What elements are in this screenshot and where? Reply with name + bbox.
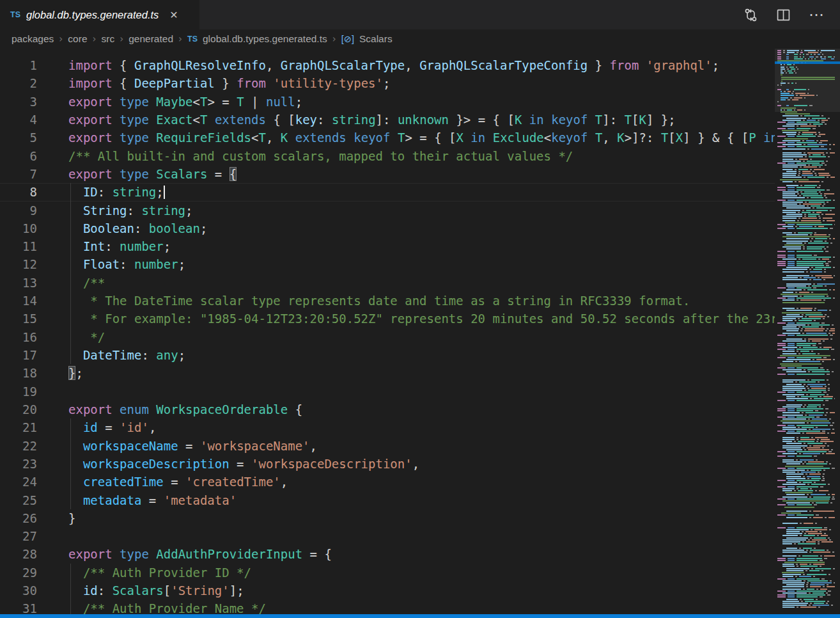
code-line[interactable]: 27 (0, 527, 775, 545)
typescript-file-icon: TS (187, 35, 198, 44)
code-line[interactable]: 8 ID: string; (0, 183, 775, 201)
code-line[interactable]: 19 (0, 383, 775, 400)
code-line[interactable]: 6/** All built-in and custom scalars, ma… (0, 147, 775, 165)
code-line[interactable]: 9 String: string; (0, 202, 775, 219)
code-text: import { GraphQLResolveInfo, GraphQLScal… (68, 56, 719, 74)
code-text: import { DeepPartial } from 'utility-typ… (68, 74, 390, 92)
line-number: 22 (0, 437, 37, 455)
indent-guide (70, 237, 71, 255)
typescript-file-icon: TS (10, 10, 20, 19)
code-editor[interactable]: 1import { GraphQLResolveInfo, GraphQLSca… (0, 49, 775, 618)
indent-guide (70, 183, 71, 201)
bottom-focus-border (0, 614, 840, 618)
code-line[interactable]: 5export type RequireFields<T, K extends … (0, 129, 775, 147)
code-line[interactable]: 18}; (0, 364, 775, 382)
minimap-content (777, 49, 835, 618)
line-number: 28 (0, 545, 37, 563)
tab-label: global.db.types.generated.ts (26, 9, 159, 21)
line-number: 13 (0, 274, 37, 292)
indent-guide (70, 418, 71, 436)
split-editor-icon[interactable] (776, 8, 791, 22)
line-number: 30 (0, 582, 37, 599)
line-number: 27 (0, 527, 37, 545)
line-number: 12 (0, 255, 37, 273)
line-number: 25 (0, 491, 37, 509)
code-text: ID: string; (68, 183, 165, 201)
code-text: workspaceDescription = 'workspaceDescrip… (68, 455, 419, 473)
code-text: DateTime: any; (68, 346, 185, 364)
code-line[interactable]: 17 DateTime: any; (0, 346, 775, 364)
line-number: 17 (0, 346, 37, 364)
breadcrumb-separator: › (120, 33, 123, 45)
line-number: 18 (0, 364, 37, 382)
code-line[interactable]: 11 Int: number; (0, 237, 775, 255)
indent-guide (70, 255, 71, 273)
more-actions-icon[interactable]: ⋯ (809, 7, 825, 22)
code-line[interactable]: 3export type Maybe<T> = T | null; (0, 93, 775, 111)
code-line[interactable]: 26} (0, 509, 775, 527)
line-number: 20 (0, 400, 37, 418)
code-text: createdTime = 'createdTime', (68, 473, 288, 491)
breadcrumb-item-core[interactable]: core (68, 33, 87, 45)
line-number: 26 (0, 509, 37, 527)
code-text: /** All built-in and custom scalars, map… (68, 147, 573, 165)
code-line[interactable]: 21 id = 'id', (0, 418, 775, 436)
code-text: * The DateTime scalar type represents da… (68, 292, 690, 310)
code-line[interactable]: 30 id: Scalars['String']; (0, 582, 775, 599)
indent-guide (70, 292, 71, 310)
close-tab-icon[interactable]: ✕ (169, 9, 178, 21)
indent-guide (70, 328, 71, 346)
indent-guide (70, 491, 71, 509)
code-line[interactable]: 10 Boolean: boolean; (0, 219, 775, 237)
code-text: export type Exact<T extends { [key: stri… (68, 111, 676, 129)
code-text: }; (68, 364, 83, 382)
breadcrumb-item-packages[interactable]: packages (12, 33, 54, 45)
code-line[interactable]: 14 * The DateTime scalar type represents… (0, 292, 775, 310)
code-line[interactable]: 7export type Scalars = { (0, 165, 775, 183)
code-line[interactable]: 12 Float: number; (0, 255, 775, 273)
breadcrumb-item-src[interactable]: src (102, 33, 115, 45)
line-number: 3 (0, 93, 37, 111)
line-number: 6 (0, 147, 37, 165)
vscode-window: TS global.db.types.generated.ts ✕ (0, 0, 840, 618)
code-line[interactable]: 25 metadata = 'metadata' (0, 491, 775, 509)
indent-guide (70, 473, 71, 491)
breadcrumb-separator: › (332, 33, 336, 45)
minimap[interactable] (775, 49, 840, 618)
code-text: id: Scalars['String']; (68, 582, 244, 599)
code-line[interactable]: 4export type Exact<T extends { [key: str… (0, 111, 775, 129)
line-number: 8 (0, 183, 37, 201)
symbol-type-icon: [⊘] (341, 34, 354, 44)
code-line[interactable]: 29 /** Auth Provider ID */ (0, 564, 775, 582)
breadcrumb-item-symbol[interactable]: Scalars (359, 33, 393, 45)
code-line[interactable]: 23 workspaceDescription = 'workspaceDesc… (0, 455, 775, 473)
line-number: 15 (0, 310, 37, 328)
code-text: /** Auth Provider ID */ (68, 564, 251, 582)
code-text: */ (68, 328, 105, 346)
code-text: Float: number; (68, 255, 185, 273)
code-line[interactable]: 28export type AddAuthProviderInput = { (0, 545, 775, 563)
indent-guide (70, 310, 71, 328)
code-text: } (68, 509, 75, 527)
code-text: id = 'id', (68, 418, 156, 436)
code-text: metadata = 'metadata' (68, 491, 237, 509)
breadcrumb-item-generated[interactable]: generated (128, 33, 173, 45)
code-line[interactable]: 1import { GraphQLResolveInfo, GraphQLSca… (0, 56, 775, 74)
open-changes-icon[interactable] (743, 8, 758, 22)
code-line[interactable]: 15 * For example: "1985-04-12T23:20:50.5… (0, 310, 775, 328)
breadcrumb-separator: › (93, 33, 97, 45)
code-line[interactable]: 24 createdTime = 'createdTime', (0, 473, 775, 491)
code-line[interactable]: 2import { DeepPartial } from 'utility-ty… (0, 74, 775, 92)
indent-guide (70, 346, 71, 364)
line-number: 16 (0, 328, 37, 346)
code-line[interactable]: 16 */ (0, 328, 775, 346)
code-line[interactable]: 20export enum WorkspaceOrderable { (0, 400, 775, 418)
line-number: 1 (0, 56, 37, 74)
text-cursor (164, 186, 165, 199)
code-text: String: string; (68, 202, 193, 219)
breadcrumb-item-filename[interactable]: global.db.types.generated.ts (203, 33, 327, 45)
tab-global-db-types[interactable]: TS global.db.types.generated.ts ✕ (0, 0, 199, 29)
code-line[interactable]: 13 /** (0, 274, 775, 292)
code-line[interactable]: 22 workspaceName = 'workspaceName', (0, 437, 775, 455)
line-number: 2 (0, 74, 37, 92)
